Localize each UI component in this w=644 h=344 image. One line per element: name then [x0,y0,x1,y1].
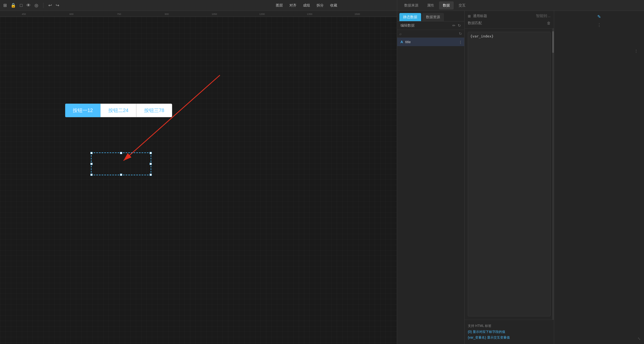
canvas-buttons: 按钮一12 按钮二24 按钮三78 [65,104,172,117]
svg-line-1 [124,75,220,161]
search-input[interactable] [403,32,457,36]
data-resources-tab[interactable]: 数据资源 [422,13,444,21]
toolbar-icons: ⊞ 🔒 □ 👁 ◎ ↩ ↪ [3,3,59,8]
right-panel-tabs: 数据来源 属性 数据 交互 [397,0,644,11]
ruler-label-900: 900 [165,13,169,15]
rp-middle-top: ⊞ 通用标题 智能转... 数据匹配 🗑 [465,11,554,28]
more-icon-right[interactable]: ⋮ [597,23,601,28]
help-line-1: 支持 HTML 标签 [468,323,551,329]
resize-handle-ml[interactable] [90,163,93,165]
data-match-label: 数据匹配 [468,21,482,26]
ruler-label-1200: 1200 [259,13,265,15]
rp-left-tabs: 静态数据 数据资源 [397,11,464,21]
menu-align[interactable]: 对齐 [289,3,296,8]
data-item-type-icon: A [400,40,403,44]
data-item-label: title [405,40,458,44]
refresh-icon[interactable]: ↻ [458,23,461,28]
ruler-horizontal: 450 600 750 900 1050 1200 1350 1500 [0,11,397,17]
code-input[interactable] [468,32,551,316]
search-refresh-icon[interactable]: ↻ [459,31,462,36]
grid-icon[interactable]: ⊞ [3,3,7,8]
resize-handle-tl[interactable] [90,152,93,154]
eye-slash-icon[interactable]: ◎ [34,3,38,8]
static-data-tab[interactable]: 静态数据 [399,13,421,21]
general-title-row: ⊞ 通用标题 智能转... [468,14,551,18]
help-line-2: {0} 显示对应下标字段的值 [468,329,551,335]
ruler-inner: 450 600 750 900 1050 1200 1350 1500 [0,11,397,17]
tab-data[interactable]: 数据 [439,1,454,9]
code-area [465,28,554,320]
tab-button-2[interactable]: 按钮二24 [100,104,136,117]
menu-split[interactable]: 拆分 [317,3,324,8]
edit-data-row: 编辑数据 ✏ ↻ [397,21,464,30]
toolbar-divider [43,3,43,8]
ruler-label-450: 450 [22,13,26,15]
canvas-area[interactable]: 按钮一12 按钮二24 按钮三78 [0,17,397,344]
resize-corner-icon[interactable]: ⤡ [637,336,641,341]
data-item-bracket: [ [460,40,461,44]
search-icon: ⌕ [399,31,402,36]
ruler-label-600: 600 [70,13,74,15]
data-item-title[interactable]: A title [ [397,38,464,46]
scrollbar[interactable] [552,28,554,320]
data-match-row: 数据匹配 🗑 [468,21,551,26]
smart-transform-label[interactable]: 智能转... [536,14,551,18]
resize-handle-bm[interactable] [120,174,122,176]
redo-icon[interactable]: ↪ [56,3,59,8]
edit-icon-right[interactable]: ✎ [597,14,601,19]
menu-favorite[interactable]: 收藏 [330,3,337,8]
ruler-label-1500: 1500 [355,13,360,15]
canvas-selected-box[interactable] [91,152,151,175]
rp-middle-panel: ⊞ 通用标题 智能转... 数据匹配 🗑 ⋮ ⤡ [465,11,554,344]
general-title-icon: ⊞ [468,14,471,18]
right-panel-body: 静态数据 数据资源 编辑数据 ✏ ↻ ⌕ ↻ A title [ [397,11,644,344]
help-text: 支持 HTML 标签 {0} 显示对应下标字段的值 {var_变量名} 显示交互… [465,320,554,344]
edit-pencil-icon[interactable]: ✏ [452,23,456,28]
copy-icon[interactable]: □ [20,3,23,8]
menu-group[interactable]: 成组 [303,3,310,8]
ruler-label-750: 750 [117,13,121,15]
search-bar: ⌕ ↻ [397,30,464,38]
right-panel: 数据来源 属性 数据 交互 静态数据 数据资源 编辑数据 ✏ ↻ ⌕ ↻ [397,0,644,344]
tab-interaction[interactable]: 交互 [455,1,469,9]
rp-right-icons: ✎ ⋮ [554,11,644,31]
tab-button-1[interactable]: 按钮一12 [65,104,100,117]
edit-data-label: 编辑数据 [400,23,450,28]
resize-handle-br[interactable] [150,174,152,176]
rp-left-panel: 静态数据 数据资源 编辑数据 ✏ ↻ ⌕ ↻ A title [ [397,11,465,344]
rp-right-panel: ✎ ⋮ [554,11,644,344]
help-line-3: {var_变量名} 显示交互变量值 [468,335,551,341]
lock-icon[interactable]: 🔒 [11,3,16,8]
tab-properties[interactable]: 属性 [423,1,438,9]
resize-handle-mr[interactable] [150,163,152,165]
ruler-label-1050: 1050 [211,13,217,15]
eye-icon[interactable]: 👁 [26,3,31,8]
general-title-label: 通用标题 [473,14,487,18]
more-options-icon[interactable]: ⋮ [634,49,638,53]
tab-datasource[interactable]: 数据来源 [400,1,422,9]
resize-handle-tm[interactable] [120,152,122,154]
tab-button-3[interactable]: 按钮三78 [136,104,172,117]
undo-icon[interactable]: ↩ [48,3,52,8]
resize-handle-bl[interactable] [90,174,93,176]
trash-icon[interactable]: 🗑 [547,21,551,25]
menu-layers[interactable]: 图层 [276,3,283,8]
resize-handle-tr[interactable] [150,152,152,154]
ruler-label-1350: 1350 [307,13,312,15]
scrollbar-thumb[interactable] [552,31,554,53]
